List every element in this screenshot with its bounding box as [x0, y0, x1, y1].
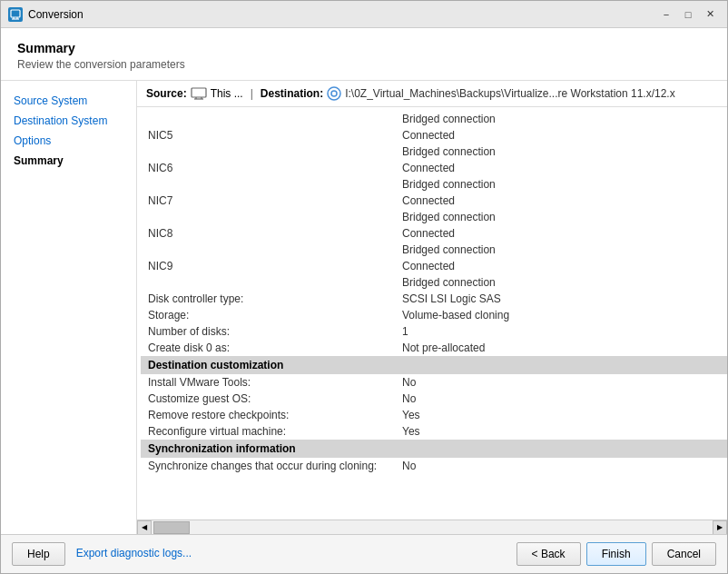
row-key: Create disk 0 as:: [141, 340, 395, 356]
row-key: NIC6: [141, 160, 395, 176]
page-subtitle: Review the conversion parameters: [17, 58, 711, 71]
sidebar-item-options[interactable]: Options: [10, 132, 127, 150]
scroll-thumb[interactable]: [153, 521, 190, 534]
row-value: No: [395, 391, 727, 407]
sidebar-item-summary: Summary: [10, 152, 127, 170]
header: Summary Review the conversion parameters: [1, 28, 727, 81]
summary-section-header: Destination customization: [141, 356, 727, 374]
row-value: Connected: [395, 127, 727, 144]
row-key: Disk controller type:: [141, 291, 395, 307]
content-area: Source System Destination System Options…: [1, 81, 727, 534]
summary-scroll[interactable]: Bridged connectionNIC5ConnectedBridged c…: [137, 107, 727, 520]
table-row: Bridged connection: [141, 274, 727, 291]
row-value: No: [395, 374, 727, 391]
app-icon: [8, 7, 23, 22]
source-destination-bar: Source: This ... | Destination: I:\0Z_Vi…: [137, 81, 727, 107]
close-button[interactable]: ✕: [700, 5, 720, 25]
footer-left: Help Export diagnostic logs...: [12, 542, 195, 566]
table-row: Bridged connection: [141, 242, 727, 258]
svg-point-8: [328, 87, 340, 100]
main-window: Conversion − □ ✕ Summary Review the conv…: [0, 0, 728, 574]
title-bar-controls: − □ ✕: [656, 5, 720, 25]
summary-table: Bridged connectionNIC5ConnectedBridged c…: [141, 111, 727, 474]
table-row: Bridged connection: [141, 111, 727, 127]
main-panel: Source: This ... | Destination: I:\0Z_Vi…: [137, 81, 727, 534]
row-value: Connected: [395, 258, 727, 274]
finish-button[interactable]: Finish: [586, 542, 646, 566]
window-title: Conversion: [28, 8, 84, 21]
row-value: Bridged connection: [395, 144, 727, 160]
sidebar-item-destination-system[interactable]: Destination System: [10, 112, 127, 130]
table-row: Bridged connection: [141, 209, 727, 225]
source-label: Source:: [146, 87, 187, 100]
row-key: Storage:: [141, 307, 395, 323]
row-key: Number of disks:: [141, 323, 395, 340]
minimize-button[interactable]: −: [656, 5, 676, 25]
row-key: [141, 242, 395, 258]
row-value: Connected: [395, 160, 727, 176]
row-value: SCSI LSI Logic SAS: [395, 291, 727, 307]
title-bar-left: Conversion: [8, 7, 84, 22]
table-row: Storage:Volume-based cloning: [141, 307, 727, 323]
table-row: Create disk 0 as:Not pre-allocated: [141, 340, 727, 356]
destination-label: Destination:: [261, 87, 323, 100]
table-row: Synchronize changes that occur during cl…: [141, 458, 727, 474]
destination-disk-icon: [327, 86, 341, 101]
row-value: Connected: [395, 193, 727, 209]
table-row: NIC7Connected: [141, 193, 727, 209]
row-key: [141, 144, 395, 160]
source-value: This ...: [211, 87, 243, 100]
title-bar: Conversion − □ ✕: [1, 1, 727, 28]
row-key: [141, 111, 395, 127]
monitor-icon: [191, 87, 207, 100]
table-row: Number of disks:1: [141, 323, 727, 340]
horizontal-scrollbar[interactable]: ◀ ▶: [137, 520, 727, 534]
row-value: Connected: [395, 225, 727, 242]
scroll-track[interactable]: [152, 520, 713, 534]
cancel-button[interactable]: Cancel: [652, 542, 716, 566]
row-key: Remove restore checkpoints:: [141, 407, 395, 423]
sidebar: Source System Destination System Options…: [1, 81, 137, 534]
table-row: Install VMware Tools:No: [141, 374, 727, 391]
row-value: 1: [395, 323, 727, 340]
table-row: Remove restore checkpoints:Yes: [141, 407, 727, 423]
row-value: Yes: [395, 423, 727, 440]
row-value: No: [395, 458, 727, 474]
row-value: Bridged connection: [395, 209, 727, 225]
help-button[interactable]: Help: [12, 542, 65, 566]
export-logs-link[interactable]: Export diagnostic logs...: [73, 542, 195, 566]
row-value: Bridged connection: [395, 176, 727, 193]
table-row: Bridged connection: [141, 144, 727, 160]
table-row: Reconfigure virtual machine:Yes: [141, 423, 727, 440]
back-button[interactable]: < Back: [516, 542, 581, 566]
sidebar-item-source-system[interactable]: Source System: [10, 92, 127, 110]
footer-right: < Back Finish Cancel: [516, 542, 716, 566]
table-row: NIC9Connected: [141, 258, 727, 274]
table-row: NIC5Connected: [141, 127, 727, 144]
row-key: [141, 176, 395, 193]
table-row: Disk controller type:SCSI LSI Logic SAS: [141, 291, 727, 307]
row-key: [141, 274, 395, 291]
svg-rect-0: [11, 10, 20, 17]
row-key: NIC8: [141, 225, 395, 242]
row-key: NIC5: [141, 127, 395, 144]
footer: Help Export diagnostic logs... < Back Fi…: [1, 534, 727, 573]
scroll-right-button[interactable]: ▶: [713, 520, 727, 535]
table-row: Bridged connection: [141, 176, 727, 193]
scroll-left-button[interactable]: ◀: [137, 520, 152, 535]
row-value: Bridged connection: [395, 111, 727, 127]
row-key: [141, 209, 395, 225]
row-key: NIC7: [141, 193, 395, 209]
row-value: Yes: [395, 407, 727, 423]
svg-rect-4: [192, 88, 206, 97]
table-row: NIC8Connected: [141, 225, 727, 242]
row-value: Not pre-allocated: [395, 340, 727, 356]
summary-section-header: Synchronization information: [141, 440, 727, 458]
summary-area: Bridged connectionNIC5ConnectedBridged c…: [137, 107, 727, 534]
row-key: Install VMware Tools:: [141, 374, 395, 391]
maximize-button[interactable]: □: [678, 5, 698, 25]
row-key: NIC9: [141, 258, 395, 274]
row-key: Reconfigure virtual machine:: [141, 423, 395, 440]
page-title: Summary: [17, 41, 711, 55]
row-value: Bridged connection: [395, 242, 727, 258]
